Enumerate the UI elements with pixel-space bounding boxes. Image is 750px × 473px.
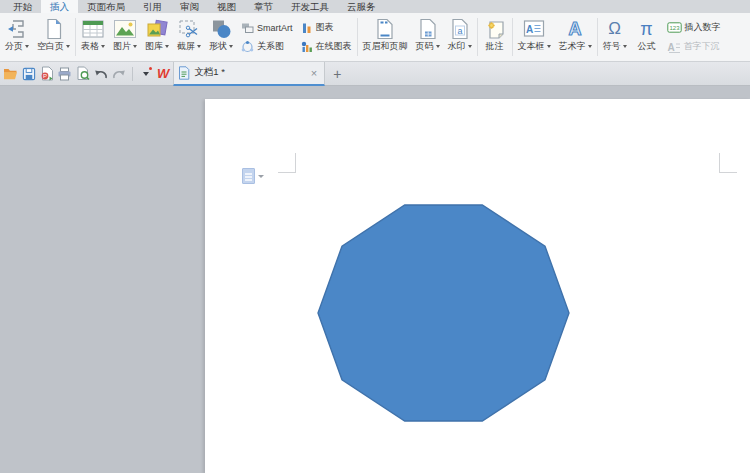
wordart-button[interactable]: A 艺术字 <box>555 13 596 61</box>
menu-tab-view[interactable]: 视图 <box>208 0 245 13</box>
page-number-label: 页码 <box>416 41 434 52</box>
undo-button[interactable] <box>92 65 109 83</box>
export-pdf-button[interactable]: P <box>38 65 55 83</box>
omega-icon: Ω <box>608 17 621 41</box>
textbox-label: 文本框 <box>518 41 545 52</box>
chevron-down-icon <box>258 175 264 178</box>
ribbon-separator <box>597 18 598 56</box>
page-break-label: 分页 <box>5 41 23 52</box>
dropdown-arrow-icon <box>133 45 137 48</box>
comment-label: 批注 <box>486 41 504 52</box>
watermark-label: 水印 <box>448 41 466 52</box>
menu-tab-section[interactable]: 章节 <box>245 0 282 13</box>
comment-icon <box>484 17 506 41</box>
close-tab-icon[interactable]: × <box>308 67 320 79</box>
document-tabbar: P <box>0 62 750 86</box>
margin-corner-top-right <box>719 153 737 173</box>
shapes-button[interactable]: 形状 <box>205 13 237 61</box>
insert-number-label: 插入数字 <box>685 21 721 34</box>
chart-button[interactable]: 图表 <box>301 20 352 36</box>
header-footer-label: 页眉和页脚 <box>363 41 408 52</box>
customize-toolbar-button[interactable] <box>137 65 154 83</box>
formula-button[interactable]: π 公式 <box>631 13 663 61</box>
smartart-group: SmartArt 关系图 <box>237 13 297 61</box>
ribbon-separator <box>357 18 358 56</box>
table-button[interactable]: 表格 <box>77 13 109 61</box>
svg-text:P: P <box>42 73 46 79</box>
symbol-button[interactable]: Ω 符号 <box>599 13 631 61</box>
watermark-button[interactable]: a 水印 <box>444 13 476 61</box>
chart-label: 图表 <box>316 21 334 34</box>
menu-tab-insert[interactable]: 插入 <box>41 0 78 13</box>
print-preview-icon <box>76 66 90 81</box>
dropdown-arrow-icon <box>197 45 201 48</box>
insert-number-button[interactable]: 123 插入数字 <box>667 20 721 36</box>
comment-button[interactable]: 批注 <box>479 13 511 61</box>
undo-icon <box>94 67 108 80</box>
dropcap-label: 首字下沉 <box>684 40 720 53</box>
menu-tab-review[interactable]: 审阅 <box>171 0 208 13</box>
redo-button[interactable] <box>110 65 127 83</box>
gallery-button[interactable]: 图库 <box>141 13 173 61</box>
menubar: 开始 插入 页面布局 引用 审阅 视图 章节 开发工具 云服务 <box>0 0 750 13</box>
open-folder-icon <box>3 67 18 80</box>
picture-button[interactable]: 图片 <box>109 13 141 61</box>
shapes-icon <box>210 17 232 41</box>
dropdown-arrow-icon <box>623 45 627 48</box>
menu-tab-home[interactable]: 开始 <box>4 0 41 13</box>
save-icon <box>22 67 36 81</box>
insert-number-icon: 123 <box>667 22 682 33</box>
chart-icon <box>301 22 313 34</box>
smartart-button[interactable]: SmartArt <box>241 20 293 36</box>
save-button[interactable] <box>20 65 37 83</box>
screenshot-button[interactable]: 截屏 <box>173 13 205 61</box>
header-footer-icon <box>376 17 394 41</box>
textbox-button[interactable]: A 文本框 <box>514 13 555 61</box>
screenshot-icon <box>178 17 200 41</box>
tabbar-separator <box>132 67 133 81</box>
print-button[interactable] <box>56 65 73 83</box>
new-tab-button[interactable]: + <box>333 67 341 81</box>
svg-text:A: A <box>569 19 582 39</box>
menu-tab-developer[interactable]: 开发工具 <box>282 0 338 13</box>
menu-tab-cloud[interactable]: 云服务 <box>338 0 385 13</box>
relation-diagram-button[interactable]: 关系图 <box>241 39 293 55</box>
online-chart-button[interactable]: 在线图表 <box>301 39 352 55</box>
page-number-button[interactable]: 页码 <box>412 13 444 61</box>
smartart-icon <box>241 22 254 34</box>
document-tab[interactable]: 文档1 * × <box>173 62 325 86</box>
ribbon-separator <box>512 18 513 56</box>
page-options-icon <box>242 168 255 184</box>
dropcap-button[interactable]: A 首字下沉 <box>667 39 721 55</box>
document-workspace <box>0 87 750 473</box>
wps-writer-window: 开始 插入 页面布局 引用 审阅 视图 章节 开发工具 云服务 分页 <box>0 0 750 473</box>
dropdown-arrow-icon <box>436 45 440 48</box>
open-file-button[interactable] <box>2 65 19 83</box>
symbol-label: 符号 <box>603 41 621 52</box>
page-options-floaty[interactable] <box>242 168 264 184</box>
page-break-button[interactable]: 分页 <box>1 13 33 61</box>
online-chart-label: 在线图表 <box>316 40 352 53</box>
dropdown-arrow-icon <box>66 45 70 48</box>
decagon-shape[interactable] <box>317 204 570 426</box>
dropcap-icon: A <box>667 41 681 53</box>
blank-page-button[interactable]: 空白页 <box>33 13 74 61</box>
smartart-label: SmartArt <box>257 23 293 33</box>
shapes-label: 形状 <box>209 41 227 52</box>
print-icon <box>57 67 72 81</box>
chart-group: 图表 在线图表 <box>297 13 356 61</box>
ribbon-separator <box>75 18 76 56</box>
header-footer-button[interactable]: 页眉和页脚 <box>359 13 412 61</box>
document-page[interactable] <box>205 99 750 473</box>
page-number-icon <box>419 17 437 41</box>
blank-page-icon <box>44 17 64 41</box>
wps-logo[interactable]: W <box>157 66 169 81</box>
dropdown-arrow-icon <box>468 45 472 48</box>
dropdown-arrow-icon <box>25 45 29 48</box>
ribbon-separator <box>477 18 478 56</box>
decagon-polygon[interactable] <box>318 205 569 421</box>
print-preview-button[interactable] <box>74 65 91 83</box>
menu-tab-references[interactable]: 引用 <box>134 0 171 13</box>
redo-icon <box>112 67 126 80</box>
menu-tab-page-layout[interactable]: 页面布局 <box>78 0 134 13</box>
